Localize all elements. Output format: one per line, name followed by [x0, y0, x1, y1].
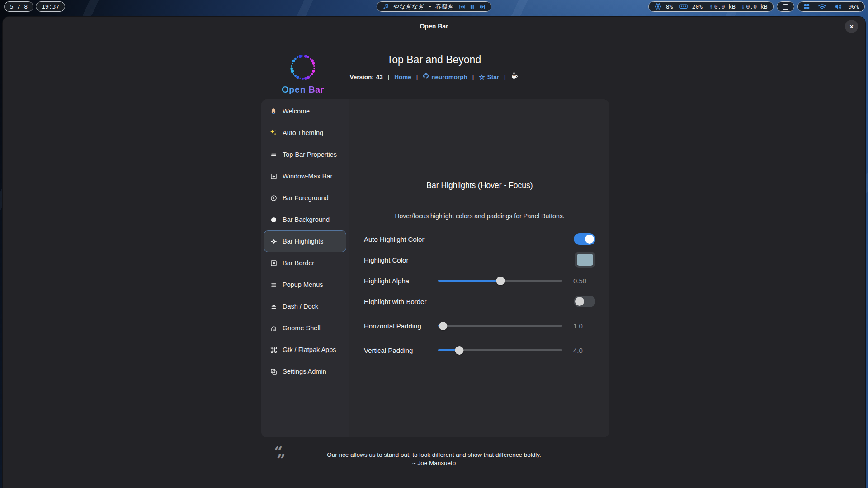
setting-label: Highlight Alpha [364, 277, 438, 285]
quote-text: Our rice allows us to stand out; to look… [3, 451, 865, 459]
media-player-pill[interactable]: やなぎなぎ - 春擬き [377, 1, 491, 12]
version-label: Version: [349, 73, 373, 82]
workspace-indicator[interactable]: 5 / 8 [4, 1, 33, 12]
setting-label: Highlight with Border [364, 298, 574, 305]
setting-label: Auto Highlight Color [364, 235, 574, 243]
sidebar: WelcomeAuto ThemingTop Bar PropertiesWin… [261, 99, 349, 437]
sidebar-item-auto-theming[interactable]: Auto Theming [264, 122, 346, 144]
slider-knob[interactable] [455, 346, 463, 355]
star-link[interactable]: ☆ Star [479, 73, 499, 82]
slider-value: 1.0 [573, 322, 595, 330]
window-title: Open Bar [420, 23, 448, 30]
openbar-logo-text: Open Bar [277, 84, 329, 95]
toggle-knob [575, 297, 584, 306]
clock[interactable]: 19:37 [36, 1, 65, 12]
close-button[interactable]: × [845, 20, 858, 33]
toggle-switch[interactable] [574, 296, 595, 307]
titlebar[interactable]: Open Bar × [3, 17, 865, 36]
media-pause-icon[interactable] [469, 4, 475, 10]
sidebar-item-label: Gnome Shell [283, 324, 321, 332]
sidebar-item-gnome-shell[interactable]: Gnome Shell [264, 317, 346, 339]
net-upload-icon: ↑ [709, 3, 713, 10]
sidebar-item-dash-dock[interactable]: Dash / Dock [264, 296, 346, 317]
quick-settings-pill[interactable]: 96% [797, 1, 865, 12]
slider-fill [438, 280, 500, 282]
net-download-rate: 0.0 kB [746, 3, 768, 10]
toggle-switch[interactable] [574, 233, 595, 245]
memory-usage: 20% [692, 3, 702, 10]
command-icon [269, 346, 278, 354]
menu-lines-icon [269, 281, 278, 289]
sidebar-item-label: Settings Admin [283, 368, 326, 375]
sidebar-item-top-bar-properties[interactable]: Top Bar Properties [264, 144, 346, 165]
github-link[interactable]: neuromorph [423, 73, 467, 82]
sidebar-item-label: Welcome [283, 108, 310, 115]
content-heading: Bar Highlights (Hover - Focus) [364, 180, 595, 191]
sidebar-item-window-max-bar[interactable]: Window-Max Bar [264, 165, 346, 187]
sidebar-item-label: Bar Background [283, 216, 330, 223]
cross-icon [269, 237, 278, 245]
gnome-icon [269, 324, 278, 332]
footer-quote: “ ” Our rice allows us to stand out; to … [3, 451, 865, 467]
star-icon: ☆ [479, 73, 485, 82]
slider-track[interactable] [438, 280, 562, 282]
open-bar-preferences-window: Open Bar × Open Bar Top Bar and Beyond V… [3, 17, 865, 488]
filled-circle-icon [269, 216, 278, 224]
color-picker-button[interactable] [575, 252, 595, 268]
slider-track[interactable] [438, 325, 562, 327]
media-previous-icon[interactable] [459, 4, 465, 10]
preferences-card: WelcomeAuto ThemingTop Bar PropertiesWin… [261, 99, 609, 437]
sidebar-item-bar-foreground[interactable]: Bar Foreground [264, 187, 346, 209]
sidebar-item-bar-highlights[interactable]: Bar Highlights [264, 230, 346, 252]
system-stats-pill[interactable]: 8% 20% ↑ 0.0 kB ↓ 0.0 kB [648, 1, 774, 12]
square-in-square-icon [269, 259, 278, 267]
color-swatch [577, 254, 593, 266]
close-icon: × [849, 23, 853, 30]
sidebar-item-label: Popup Menus [283, 281, 323, 288]
music-note-icon [382, 3, 389, 10]
quote-author: ~ Joe Mansueto [3, 459, 865, 467]
sidebar-item-label: Gtk / Flatpak Apps [283, 346, 336, 353]
two-lines-icon [269, 150, 278, 159]
sidebar-item-bar-background[interactable]: Bar Background [264, 209, 346, 230]
slider-track[interactable] [438, 349, 562, 351]
apps-grid-icon [803, 3, 810, 10]
slider-knob[interactable] [439, 322, 448, 330]
setting-row-vertical-padding: Vertical Padding4.0 [364, 340, 595, 361]
star-label: Star [487, 73, 499, 82]
sidebar-item-welcome[interactable]: Welcome [264, 100, 346, 122]
setting-row-highlight-with-border: Highlight with Border [364, 291, 595, 312]
slider-knob[interactable] [496, 277, 505, 285]
sidebar-item-bar-border[interactable]: Bar Border [264, 252, 346, 274]
page-title: Top Bar and Beyond [3, 53, 865, 66]
cpu-icon [654, 3, 662, 10]
separator: | [472, 73, 474, 82]
sidebar-item-label: Window-Max Bar [283, 173, 332, 180]
sidebar-item-label: Bar Highlights [283, 238, 323, 245]
extension-header: Open Bar Top Bar and Beyond Version: 43 … [3, 36, 865, 99]
sidebar-item-popup-menus[interactable]: Popup Menus [264, 274, 346, 296]
clipboard-pill[interactable] [777, 1, 794, 12]
sidebar-item-settings-admin[interactable]: Settings Admin [264, 361, 346, 382]
circle-dot-icon [269, 194, 278, 202]
content-panel: Bar Highlights (Hover - Focus) Hover/foc… [349, 99, 609, 437]
home-link[interactable]: Home [394, 73, 411, 82]
setting-row-highlight-color: Highlight Color [364, 249, 595, 270]
version-value: 43 [376, 73, 383, 82]
net-download-icon: ↓ [741, 3, 745, 10]
separator: | [388, 73, 390, 82]
clock-label: 19:37 [42, 3, 59, 10]
memory-icon [679, 4, 688, 10]
coffee-icon[interactable] [511, 72, 519, 82]
eject-icon [269, 302, 278, 310]
setting-row-horizontal-padding: Horizontal Padding1.0 [364, 315, 595, 336]
separator: | [504, 73, 506, 82]
version-row: Version: 43 | Home | neuromorph | ☆ Star… [349, 72, 518, 82]
github-user: neuromorph [431, 73, 467, 82]
setting-row-auto-highlight-color: Auto Highlight Color [364, 229, 595, 249]
wifi-icon [818, 4, 826, 10]
media-next-icon[interactable] [479, 4, 486, 10]
sidebar-item-gtk-flatpak-apps[interactable]: Gtk / Flatpak Apps [264, 339, 346, 361]
workspace-label: 5 / 8 [10, 3, 28, 10]
separator: | [416, 73, 418, 82]
